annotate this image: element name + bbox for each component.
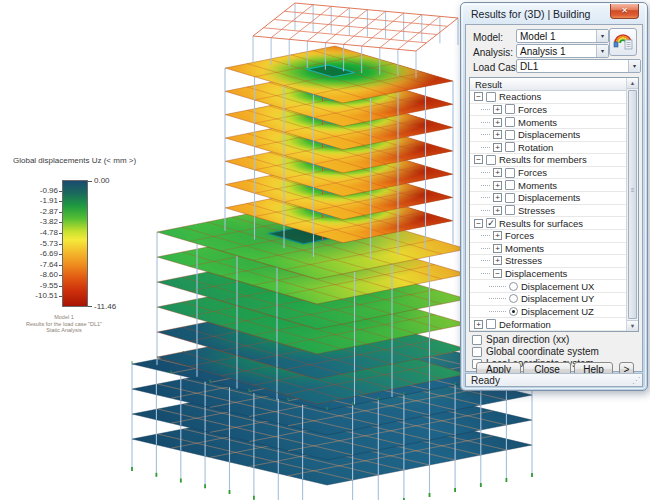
collapse-icon[interactable]: − bbox=[493, 269, 502, 278]
expand-icon[interactable]: + bbox=[493, 256, 502, 265]
tree-row-results-for-members[interactable]: −Results for members bbox=[470, 154, 626, 167]
tree-row-moments[interactable]: +Moments bbox=[470, 179, 626, 192]
dialog-title: Results for (3D) | Building bbox=[471, 8, 590, 20]
checkbox-icon[interactable]: ✓ bbox=[486, 218, 496, 228]
checkbox-icon[interactable] bbox=[505, 142, 515, 152]
expand-icon[interactable]: + bbox=[493, 105, 502, 114]
tree-row-stresses[interactable]: +Stresses bbox=[470, 255, 626, 268]
legend-tick-label: -3.82 bbox=[18, 218, 58, 226]
checkbox-icon[interactable] bbox=[486, 155, 496, 165]
checkbox-icon[interactable] bbox=[505, 205, 515, 215]
checkbox-icon[interactable] bbox=[486, 92, 496, 102]
palette-icon bbox=[612, 30, 634, 54]
legend-tick-label: -6.69 bbox=[18, 250, 58, 258]
tree-row-displacements[interactable]: +Displacements bbox=[470, 192, 626, 205]
tree-row-forces[interactable]: +Forces bbox=[470, 167, 626, 180]
tree-connector bbox=[481, 197, 490, 198]
scroll-up-icon[interactable]: ▲ bbox=[627, 78, 638, 89]
close-icon[interactable]: ✕ bbox=[610, 4, 639, 19]
radio-icon[interactable] bbox=[509, 307, 518, 316]
expand-icon[interactable]: + bbox=[493, 206, 502, 215]
checkbox-icon[interactable] bbox=[486, 319, 496, 329]
tree-connector bbox=[481, 210, 490, 211]
expand-icon[interactable]: + bbox=[493, 118, 502, 127]
collapse-icon[interactable]: − bbox=[474, 155, 483, 164]
tree-row-rotation[interactable]: +Rotation bbox=[470, 142, 626, 155]
tree-row-label: Stresses bbox=[505, 255, 542, 266]
tree-connector bbox=[489, 298, 506, 299]
expand-icon[interactable]: + bbox=[493, 244, 502, 253]
chevron-down-icon[interactable]: ▾ bbox=[596, 30, 608, 42]
tree-row-stresses[interactable]: +Stresses bbox=[470, 205, 626, 218]
collapse-icon[interactable]: − bbox=[474, 219, 483, 228]
dialog-client-area: Model: Analysis: Load Case: Model 1 ▾ An… bbox=[465, 24, 643, 372]
checkbox-icon[interactable] bbox=[505, 117, 515, 127]
analysis-select[interactable]: Analysis 1 ▾ bbox=[516, 44, 609, 58]
legend-tick-mark bbox=[59, 201, 62, 202]
expand-icon[interactable]: + bbox=[493, 193, 502, 202]
expand-icon[interactable]: + bbox=[493, 143, 502, 152]
tree-connector bbox=[481, 273, 490, 274]
tree-scrollbar[interactable]: ▲ ≡ ▼ bbox=[626, 78, 638, 331]
tree-row-label: Forces bbox=[518, 167, 547, 178]
tree-row-forces[interactable]: +Forces bbox=[470, 104, 626, 117]
legend-footer-analysis: Static Analysis bbox=[12, 327, 116, 334]
scrollbar-thumb[interactable]: ≡ bbox=[628, 90, 637, 319]
option-global-coordinate-system[interactable]: Global coordinate system bbox=[472, 346, 599, 357]
tree-row-reactions[interactable]: −Reactions bbox=[470, 91, 626, 104]
resize-grip-icon[interactable]: ⋰ bbox=[632, 377, 640, 385]
tree-row-displacement-uy[interactable]: Displacement UY bbox=[470, 293, 626, 306]
scrollbar-grip-icon: ≡ bbox=[629, 187, 636, 193]
radio-icon[interactable] bbox=[509, 282, 518, 291]
expand-icon[interactable]: + bbox=[493, 231, 502, 240]
results-dialog: Results for (3D) | Building ✕ Model: Ana… bbox=[460, 2, 648, 391]
tree-row-displacement-ux[interactable]: Displacement UX bbox=[470, 280, 626, 293]
tree-connector bbox=[481, 109, 490, 110]
checkbox-icon[interactable] bbox=[505, 130, 515, 140]
tree-connector bbox=[481, 235, 490, 236]
application-window: Global displacements Uz (< mm >) -0.96-1… bbox=[0, 0, 650, 500]
expand-icon[interactable]: + bbox=[493, 181, 502, 190]
model-select[interactable]: Model 1 ▾ bbox=[516, 29, 609, 43]
legend-tick-mark bbox=[59, 275, 62, 276]
legend-settings-button[interactable] bbox=[609, 28, 637, 56]
legend-tick-mark bbox=[59, 191, 62, 192]
tree-row-displacements[interactable]: +Displacements bbox=[470, 129, 626, 142]
tree-row-label: Results for surfaces bbox=[499, 218, 583, 229]
tree-row-label: Forces bbox=[518, 104, 547, 115]
checkbox-icon[interactable] bbox=[472, 335, 482, 345]
option-span-direction[interactable]: Span direction (xx) bbox=[472, 334, 569, 345]
chevron-down-icon[interactable]: ▾ bbox=[628, 60, 640, 72]
expand-icon[interactable]: + bbox=[474, 320, 483, 329]
legend-tick-label: -10.51 bbox=[18, 292, 58, 300]
checkbox-icon[interactable] bbox=[505, 168, 515, 178]
tree-row-label: Deformation bbox=[499, 319, 551, 330]
chevron-down-icon[interactable]: ▾ bbox=[596, 45, 608, 57]
scroll-down-icon[interactable]: ▼ bbox=[627, 320, 638, 331]
expand-icon[interactable]: + bbox=[493, 130, 502, 139]
legend-tick-mark bbox=[88, 181, 92, 182]
tree-row-deformation[interactable]: +Deformation bbox=[470, 318, 626, 331]
expand-icon[interactable]: + bbox=[493, 168, 502, 177]
tree-row-moments[interactable]: +Moments bbox=[470, 243, 626, 256]
legend-tick-mark bbox=[59, 233, 62, 234]
legend-tick-mark bbox=[88, 306, 92, 307]
tree-row-results-for-surfaces[interactable]: −✓Results for surfaces bbox=[470, 217, 626, 230]
tree-row-displacement-uz[interactable]: Displacement UZ bbox=[470, 306, 626, 319]
tree-row-label: Displacements bbox=[518, 192, 580, 203]
tree-row-moments[interactable]: +Moments bbox=[470, 116, 626, 129]
result-tree-rows: −Reactions+Forces+Moments+Displacements+… bbox=[470, 91, 626, 331]
legend-title: Global displacements Uz (< mm >) bbox=[13, 156, 136, 165]
tree-row-displacements[interactable]: −Displacements bbox=[470, 268, 626, 281]
checkbox-icon[interactable] bbox=[505, 193, 515, 203]
checkbox-icon[interactable] bbox=[505, 104, 515, 114]
tree-connector bbox=[481, 260, 490, 261]
checkbox-icon[interactable] bbox=[505, 180, 515, 190]
loadcase-select[interactable]: DL1 ▾ bbox=[516, 59, 641, 73]
collapse-icon[interactable]: − bbox=[474, 92, 483, 101]
tree-row-label: Reactions bbox=[499, 91, 541, 102]
legend-footer: Model 1 Results for the load case "DL1" … bbox=[12, 314, 116, 334]
radio-icon[interactable] bbox=[509, 294, 518, 303]
tree-row-forces[interactable]: +Forces bbox=[470, 230, 626, 243]
checkbox-icon[interactable] bbox=[472, 347, 482, 357]
